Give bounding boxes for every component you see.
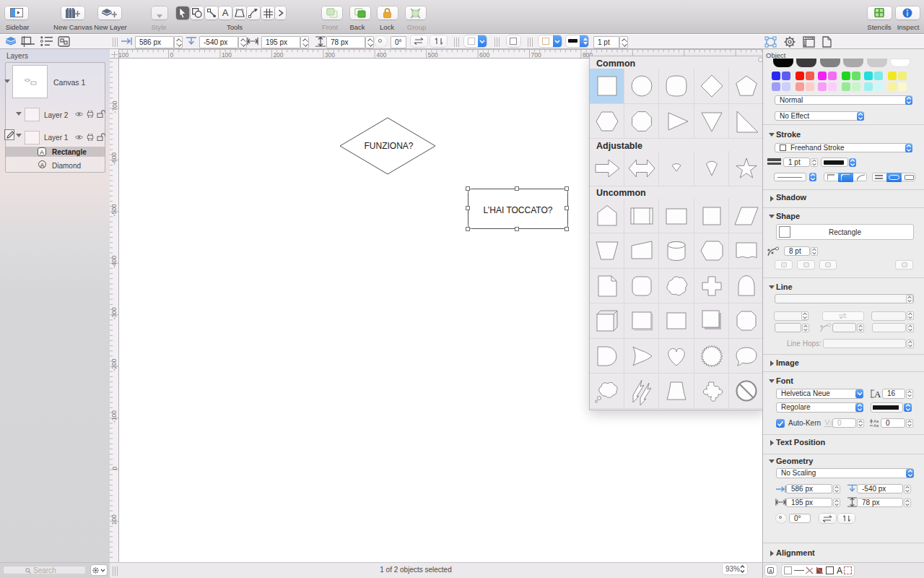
svg-text:200: 200 (273, 51, 283, 59)
svg-text:-100: -100 (111, 410, 118, 423)
svg-text:0: 0 (111, 466, 118, 470)
svg-text:-300: -300 (111, 307, 118, 319)
svg-text:-200: -200 (111, 358, 118, 371)
svg-text:500: 500 (428, 51, 438, 59)
svg-text:300: 300 (325, 51, 335, 59)
svg-text:100: 100 (118, 51, 128, 59)
svg-text:400: 400 (376, 51, 386, 59)
svg-text:Aa: Aa (873, 423, 879, 427)
svg-text:0: 0 (170, 51, 174, 59)
svg-text:-500: -500 (111, 204, 118, 216)
svg-text:700: 700 (531, 51, 541, 59)
svg-text:600: 600 (479, 51, 489, 59)
svg-text:100: 100 (111, 514, 118, 525)
svg-text:-700: -700 (111, 100, 118, 113)
svg-text:-400: -400 (111, 256, 118, 268)
svg-text:100: 100 (222, 51, 232, 59)
svg-text:-600: -600 (111, 152, 118, 165)
svg-text:A: A (874, 389, 881, 398)
